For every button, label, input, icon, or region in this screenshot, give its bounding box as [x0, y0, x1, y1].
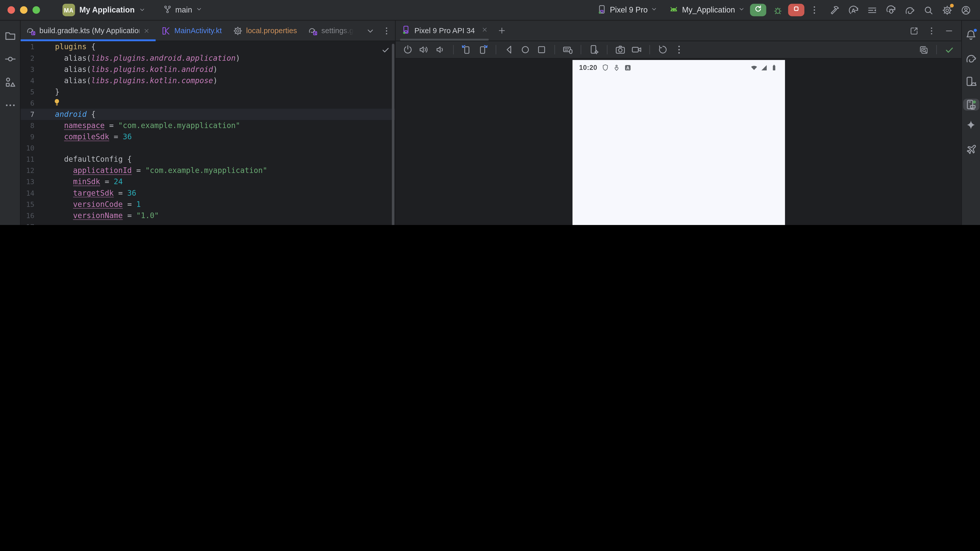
tool-window-project[interactable]: [4, 25, 16, 49]
home-icon[interactable]: [520, 44, 531, 55]
profile-button[interactable]: [961, 5, 971, 15]
code-text[interactable]: versionName = "1.0": [55, 210, 159, 221]
gearfile-icon: [233, 26, 242, 35]
running-devices-tab-bar: Pixel 9 Pro API 34: [396, 21, 961, 41]
line-number[interactable]: 7: [21, 110, 35, 118]
settings-button[interactable]: [942, 5, 953, 15]
rotate-left-icon[interactable]: [461, 44, 472, 55]
apply-changes-button[interactable]: [848, 5, 859, 15]
intention-bulb-icon[interactable]: [52, 98, 61, 106]
device-tab[interactable]: Pixel 9 Pro API 34: [396, 21, 493, 41]
line-number[interactable]: 9: [21, 133, 35, 141]
inspections-status-icon[interactable]: [381, 46, 390, 57]
editor-tab-build.gradle.kts[interactable]: build.gradle.kts (My Application): [21, 21, 156, 41]
code-text[interactable]: compileSdk = 36: [55, 131, 132, 142]
code-text[interactable]: android {: [55, 109, 96, 120]
editor-tab-settings.g[interactable]: settings.g: [303, 21, 359, 41]
line-number[interactable]: 1: [21, 43, 35, 51]
line-number[interactable]: 10: [21, 144, 35, 152]
maximize-window-button[interactable]: [32, 6, 40, 14]
code-text[interactable]: }: [55, 86, 60, 97]
code-text[interactable]: alias(libs.plugins.android.application): [55, 52, 240, 64]
tool-window-gradle[interactable]: [965, 48, 977, 71]
add-device-tab-button[interactable]: [497, 21, 506, 41]
screenshot-icon[interactable]: [615, 44, 626, 55]
line-number[interactable]: 8: [21, 121, 35, 130]
code-text[interactable]: plugins {: [55, 41, 96, 52]
rerun-button[interactable]: [750, 4, 767, 16]
sparkle-icon: [965, 119, 977, 131]
hide-panel-icon[interactable]: [944, 26, 954, 35]
line-number[interactable]: 5: [21, 88, 35, 96]
tool-window-gemini[interactable]: [965, 115, 977, 138]
code-text[interactable]: defaultConfig {: [55, 154, 132, 165]
line-number[interactable]: 2: [21, 54, 35, 62]
tool-window-more-tool-windows[interactable]: [4, 95, 16, 118]
line-number[interactable]: 11: [21, 156, 35, 164]
stop-button[interactable]: [788, 4, 804, 16]
device-selector[interactable]: Pixel 9 Pro: [597, 4, 658, 16]
code-text[interactable]: namespace = "com.example.myapplication": [55, 120, 240, 131]
apply-code-changes-button[interactable]: [867, 5, 878, 15]
ui-check-icon[interactable]: [919, 44, 929, 55]
line-number[interactable]: 4: [21, 76, 35, 85]
line-number[interactable]: 12: [21, 167, 35, 175]
code-text[interactable]: alias(libs.plugins.kotlin.compose): [55, 75, 218, 86]
snapshot-reset-icon[interactable]: [657, 44, 668, 55]
code-line-1: 1plugins {: [21, 41, 395, 52]
more-icon[interactable]: [674, 44, 684, 55]
device-settings-icon[interactable]: [589, 44, 600, 55]
code-editor[interactable]: 1plugins {2 alias(libs.plugins.android.a…: [21, 41, 395, 225]
screen-record-icon[interactable]: [631, 44, 642, 55]
tab-strip-scrollbar[interactable]: [400, 39, 489, 41]
hidden-tabs-icon[interactable]: [366, 26, 375, 35]
back-icon[interactable]: [504, 44, 514, 55]
line-number[interactable]: 13: [21, 178, 35, 186]
code-text[interactable]: versionCode = 1: [55, 199, 141, 210]
editor-tab-local.properties[interactable]: local.properties: [228, 21, 303, 41]
code-text[interactable]: targetSdk = 36: [55, 187, 137, 199]
close-window-button[interactable]: [7, 6, 15, 14]
volume-up-icon[interactable]: [419, 44, 430, 55]
debug-button[interactable]: [773, 5, 783, 15]
line-number[interactable]: 16: [21, 211, 35, 220]
line-number[interactable]: 15: [21, 200, 35, 208]
device-ready-icon[interactable]: [944, 44, 954, 55]
vcs-branch-widget[interactable]: main: [163, 5, 202, 15]
minimize-window-button[interactable]: [20, 6, 27, 14]
tool-window-device-manager[interactable]: [965, 71, 977, 94]
line-number[interactable]: 6: [21, 99, 35, 107]
code-line-15: 15 versionCode = 1: [21, 199, 395, 210]
power-icon[interactable]: [402, 44, 413, 55]
close-tab-icon[interactable]: [143, 27, 150, 34]
tool-window-plane[interactable]: [965, 138, 977, 161]
code-text[interactable]: alias(libs.plugins.kotlin.android): [55, 64, 218, 75]
tool-window-commit[interactable]: [4, 49, 16, 72]
attach-debugger-button[interactable]: [886, 5, 896, 15]
tool-window-resource-manager[interactable]: [4, 72, 16, 95]
line-number[interactable]: 17: [21, 223, 35, 225]
project-widget[interactable]: MA My Application: [62, 4, 146, 16]
hardware-input-icon[interactable]: [563, 44, 573, 55]
search-everywhere-button[interactable]: [923, 5, 934, 15]
volume-down-icon[interactable]: [435, 44, 445, 55]
overview-icon[interactable]: [536, 44, 547, 55]
rotate-right-icon[interactable]: [477, 44, 488, 55]
code-text[interactable]: applicationId = "com.example.myapplicati…: [55, 165, 267, 176]
tool-window-running-devices[interactable]: [963, 94, 979, 115]
build-button[interactable]: [829, 5, 840, 15]
editor-tab-MainActivity.kt[interactable]: MainActivity.kt: [156, 21, 228, 41]
code-text[interactable]: minSdk = 24: [55, 176, 123, 187]
panel-options-icon[interactable]: [927, 26, 936, 35]
editor-scrollbar[interactable]: [392, 44, 395, 225]
run-configuration[interactable]: My_Application: [669, 4, 745, 16]
emulator-screen[interactable]: 10:20 Hello Android!: [572, 60, 785, 225]
line-number[interactable]: 14: [21, 189, 35, 197]
gradle-sync-button[interactable]: [904, 5, 915, 15]
line-number[interactable]: 3: [21, 65, 35, 73]
tool-window-notifications[interactable]: [965, 25, 977, 48]
more-actions-button[interactable]: [809, 5, 819, 15]
open-in-window-icon[interactable]: [909, 26, 919, 35]
close-device-tab-icon[interactable]: [481, 26, 488, 33]
tab-options-icon[interactable]: [382, 26, 391, 35]
